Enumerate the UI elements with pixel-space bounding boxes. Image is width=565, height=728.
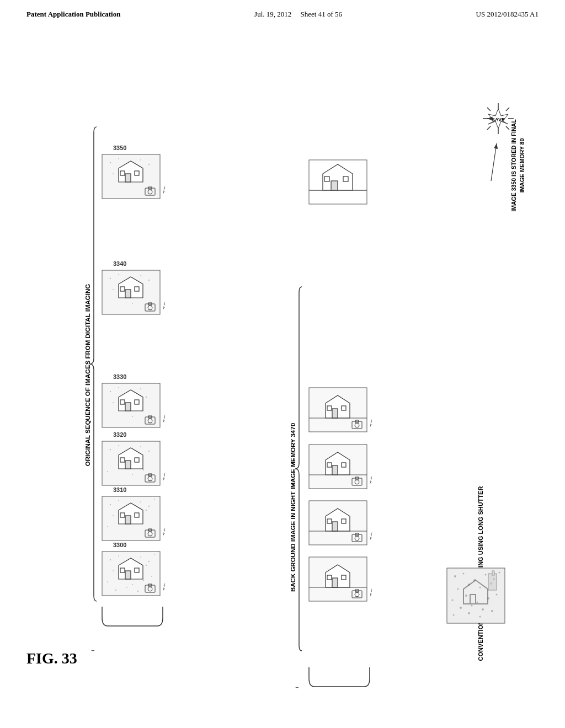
svg-point-29 — [137, 591, 138, 592]
svg-rect-55 — [135, 513, 139, 517]
svg-marker-152 — [370, 532, 372, 540]
original-sequence-brace — [90, 127, 97, 601]
svg-point-102 — [140, 275, 141, 276]
bottom-brace-original — [102, 607, 163, 626]
svg-rect-175 — [331, 181, 338, 190]
image-stored-label: IMAGE 3350 IS STORED IN FINAL — [510, 119, 517, 212]
svg-rect-146 — [327, 519, 332, 523]
svg-point-117 — [110, 162, 111, 163]
svg-rect-90 — [125, 403, 131, 411]
svg-point-188 — [479, 587, 481, 588]
svg-rect-127 — [135, 171, 139, 175]
svg-point-198 — [453, 614, 455, 616]
brace-label-background: ⌣ — [295, 684, 299, 690]
svg-text:3340: 3340 — [113, 260, 126, 267]
svg-point-191 — [465, 595, 467, 597]
svg-point-26 — [151, 576, 152, 577]
svg-rect-125 — [125, 174, 131, 182]
svg-point-43 — [140, 501, 141, 502]
svg-marker-131 — [163, 186, 165, 194]
image-memory-label: IMAGE MEMORY 80 — [519, 138, 525, 193]
svg-point-183 — [485, 574, 487, 576]
svg-point-49 — [146, 510, 147, 511]
svg-point-192 — [477, 602, 478, 603]
header-patent-number: US 2012/0182435 A1 — [476, 10, 539, 19]
svg-text:3330: 3330 — [113, 373, 126, 380]
svg-point-22 — [107, 581, 108, 582]
svg-point-195 — [460, 607, 462, 609]
svg-line-1 — [506, 108, 509, 111]
svg-point-84 — [140, 388, 141, 389]
svg-marker-78 — [163, 473, 165, 481]
svg-rect-177 — [343, 176, 348, 181]
svg-point-63 — [118, 445, 119, 446]
svg-marker-114 — [163, 302, 165, 310]
svg-point-27 — [115, 590, 116, 591]
svg-rect-73 — [120, 458, 125, 462]
svg-point-200 — [479, 616, 481, 618]
svg-point-41 — [118, 500, 119, 501]
svg-point-18 — [113, 570, 114, 571]
svg-marker-59 — [163, 528, 165, 536]
svg-point-21 — [146, 565, 147, 566]
svg-point-190 — [452, 599, 454, 601]
svg-marker-162 — [370, 476, 372, 484]
svg-rect-109 — [120, 287, 125, 291]
svg-rect-204 — [488, 574, 497, 590]
svg-point-24 — [132, 584, 133, 585]
svg-point-201 — [491, 610, 493, 612]
svg-point-106 — [113, 289, 114, 290]
svg-marker-96 — [163, 415, 165, 423]
brace-label-original: ⌣ — [91, 647, 95, 654]
svg-marker-37 — [163, 583, 165, 591]
svg-rect-53 — [125, 516, 131, 524]
svg-rect-135 — [332, 578, 338, 587]
svg-point-99 — [110, 278, 111, 279]
svg-line-3 — [506, 126, 509, 130]
svg-point-121 — [148, 164, 150, 165]
svg-point-25 — [143, 580, 144, 581]
svg-point-196 — [471, 605, 473, 607]
svg-rect-205 — [492, 571, 494, 575]
svg-point-17 — [154, 554, 155, 555]
svg-rect-72 — [125, 461, 131, 469]
svg-line-5 — [487, 126, 491, 130]
svg-point-181 — [463, 573, 465, 575]
main-diagram: ORIGINAL SEQUENCE OF IMAGES FROM DIGITAL… — [30, 33, 543, 711]
svg-text:3300: 3300 — [113, 542, 126, 548]
svg-point-15 — [140, 556, 141, 558]
svg-marker-142 — [370, 588, 372, 597]
svg-point-194 — [496, 594, 498, 596]
svg-rect-155 — [332, 465, 338, 475]
svg-marker-172 — [370, 419, 372, 427]
svg-rect-74 — [135, 458, 139, 462]
svg-text:SAVE: SAVE — [492, 117, 505, 122]
svg-point-100 — [118, 274, 119, 275]
bottom-brace-background — [309, 667, 370, 687]
svg-rect-176 — [324, 176, 329, 181]
bg-thumb-1 — [309, 557, 372, 601]
svg-point-12 — [110, 559, 111, 560]
svg-text:3350: 3350 — [113, 144, 126, 151]
svg-point-66 — [148, 451, 150, 452]
header-date: Jul. 19, 2012 — [254, 10, 291, 18]
svg-text:3320: 3320 — [113, 431, 126, 438]
svg-point-67 — [107, 471, 108, 472]
thumb-3310: 3310 — [102, 486, 165, 540]
svg-point-105 — [132, 303, 133, 304]
svg-text:3310: 3310 — [113, 486, 126, 493]
conventional-thumb — [447, 568, 505, 623]
thumb-3350: 3350 — [102, 144, 165, 199]
svg-point-28 — [126, 587, 127, 588]
header-sheet: Sheet 41 of 56 — [301, 10, 342, 18]
svg-point-16 — [148, 561, 150, 562]
background-label: BACK GROUND IMAGE IN NIGHT IMAGE MEMORY … — [290, 423, 296, 592]
svg-point-70 — [143, 469, 144, 470]
svg-line-7 — [487, 108, 491, 111]
original-sequence-label: ORIGINAL SEQUENCE OF IMAGES FROM DIGITAL… — [84, 284, 91, 466]
svg-rect-136 — [327, 575, 332, 580]
thumb-3300: 3300 — [102, 542, 165, 596]
svg-point-81 — [110, 391, 111, 392]
svg-point-69 — [132, 474, 133, 475]
svg-rect-145 — [332, 522, 338, 531]
